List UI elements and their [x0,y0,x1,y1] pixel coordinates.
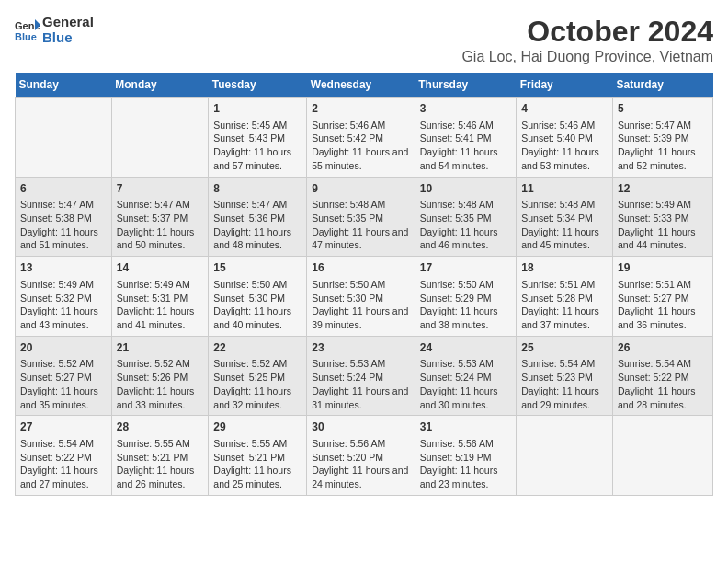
day-number: 21 [117,340,204,356]
svg-text:Blue: Blue [15,31,37,42]
header-cell-tuesday: Tuesday [209,73,307,98]
calendar-cell: 6Sunrise: 5:47 AMSunset: 5:38 PMDaylight… [16,177,112,257]
day-content: Sunrise: 5:47 AMSunset: 5:39 PMDaylight:… [618,119,708,173]
calendar-cell [111,98,209,178]
day-number: 2 [312,101,410,117]
title-block: October 2024 Gia Loc, Hai Duong Province… [461,15,713,65]
day-number: 16 [312,260,410,276]
day-content: Sunrise: 5:54 AMSunset: 5:23 PMDaylight:… [521,357,608,411]
calendar-cell [517,416,613,496]
day-number: 22 [213,340,301,356]
day-number: 13 [20,260,107,276]
day-number: 14 [117,260,204,276]
day-number: 6 [20,181,107,197]
calendar-cell: 24Sunrise: 5:53 AMSunset: 5:24 PMDayligh… [415,336,516,416]
day-content: Sunrise: 5:49 AMSunset: 5:33 PMDaylight:… [618,198,708,252]
calendar-cell [16,98,112,178]
calendar-cell: 18Sunrise: 5:51 AMSunset: 5:28 PMDayligh… [517,257,613,337]
page-header: General Blue General Blue October 2024 G… [15,15,713,65]
day-content: Sunrise: 5:49 AMSunset: 5:31 PMDaylight:… [117,278,204,332]
page-subtitle: Gia Loc, Hai Duong Province, Vietnam [461,49,713,65]
calendar-cell: 10Sunrise: 5:48 AMSunset: 5:35 PMDayligh… [415,177,516,257]
day-number: 5 [618,101,708,117]
day-number: 17 [420,260,511,276]
day-content: Sunrise: 5:47 AMSunset: 5:38 PMDaylight:… [20,198,107,252]
logo: General Blue General Blue [15,15,94,45]
day-content: Sunrise: 5:51 AMSunset: 5:28 PMDaylight:… [521,278,608,332]
calendar-week-2: 6Sunrise: 5:47 AMSunset: 5:38 PMDaylight… [16,177,713,257]
calendar-cell: 15Sunrise: 5:50 AMSunset: 5:30 PMDayligh… [209,257,307,337]
calendar-cell: 3Sunrise: 5:46 AMSunset: 5:41 PMDaylight… [415,98,516,178]
calendar-cell: 7Sunrise: 5:47 AMSunset: 5:37 PMDaylight… [111,177,209,257]
calendar-cell: 8Sunrise: 5:47 AMSunset: 5:36 PMDaylight… [209,177,307,257]
day-number: 23 [312,340,410,356]
day-content: Sunrise: 5:47 AMSunset: 5:36 PMDaylight:… [213,198,301,252]
calendar-cell: 28Sunrise: 5:55 AMSunset: 5:21 PMDayligh… [111,416,209,496]
calendar-cell: 20Sunrise: 5:52 AMSunset: 5:27 PMDayligh… [16,336,112,416]
day-content: Sunrise: 5:48 AMSunset: 5:35 PMDaylight:… [420,198,511,252]
day-content: Sunrise: 5:56 AMSunset: 5:20 PMDaylight:… [312,437,410,491]
header-cell-wednesday: Wednesday [307,73,415,98]
day-number: 25 [521,340,608,356]
calendar-week-1: 1Sunrise: 5:45 AMSunset: 5:43 PMDaylight… [16,98,713,178]
day-content: Sunrise: 5:55 AMSunset: 5:21 PMDaylight:… [213,437,301,491]
day-number: 9 [312,181,410,197]
calendar-cell: 2Sunrise: 5:46 AMSunset: 5:42 PMDaylight… [307,98,415,178]
day-number: 1 [213,101,301,117]
header-cell-thursday: Thursday [415,73,516,98]
day-content: Sunrise: 5:49 AMSunset: 5:32 PMDaylight:… [20,278,107,332]
calendar-week-4: 20Sunrise: 5:52 AMSunset: 5:27 PMDayligh… [16,336,713,416]
day-content: Sunrise: 5:50 AMSunset: 5:30 PMDaylight:… [312,278,410,332]
logo-line1: General [42,15,94,30]
calendar-cell: 5Sunrise: 5:47 AMSunset: 5:39 PMDaylight… [612,98,712,178]
day-content: Sunrise: 5:54 AMSunset: 5:22 PMDaylight:… [20,437,107,491]
calendar-week-3: 13Sunrise: 5:49 AMSunset: 5:32 PMDayligh… [16,257,713,337]
calendar-cell: 17Sunrise: 5:50 AMSunset: 5:29 PMDayligh… [415,257,516,337]
day-number: 27 [20,419,107,435]
day-number: 30 [312,419,410,435]
day-number: 4 [521,101,608,117]
logo-icon: General Blue [15,17,40,43]
header-cell-saturday: Saturday [612,73,712,98]
day-content: Sunrise: 5:54 AMSunset: 5:22 PMDaylight:… [618,357,708,411]
day-number: 12 [618,181,708,197]
calendar-cell: 13Sunrise: 5:49 AMSunset: 5:32 PMDayligh… [16,257,112,337]
calendar-header: SundayMondayTuesdayWednesdayThursdayFrid… [16,73,713,98]
calendar-cell: 23Sunrise: 5:53 AMSunset: 5:24 PMDayligh… [307,336,415,416]
day-number: 28 [117,419,204,435]
day-content: Sunrise: 5:53 AMSunset: 5:24 PMDaylight:… [312,357,410,411]
day-number: 24 [420,340,511,356]
calendar-cell: 31Sunrise: 5:56 AMSunset: 5:19 PMDayligh… [415,416,516,496]
day-content: Sunrise: 5:45 AMSunset: 5:43 PMDaylight:… [213,119,301,173]
header-cell-monday: Monday [111,73,209,98]
header-row: SundayMondayTuesdayWednesdayThursdayFrid… [16,73,713,98]
day-number: 3 [420,101,511,117]
calendar-cell: 26Sunrise: 5:54 AMSunset: 5:22 PMDayligh… [612,336,712,416]
day-content: Sunrise: 5:52 AMSunset: 5:27 PMDaylight:… [20,357,107,411]
day-content: Sunrise: 5:48 AMSunset: 5:34 PMDaylight:… [521,198,608,252]
page-title: October 2024 [461,15,713,49]
day-content: Sunrise: 5:47 AMSunset: 5:37 PMDaylight:… [117,198,204,252]
day-content: Sunrise: 5:48 AMSunset: 5:35 PMDaylight:… [312,198,410,252]
day-content: Sunrise: 5:50 AMSunset: 5:30 PMDaylight:… [213,278,301,332]
day-number: 11 [521,181,608,197]
day-number: 31 [420,419,511,435]
calendar-cell: 14Sunrise: 5:49 AMSunset: 5:31 PMDayligh… [111,257,209,337]
calendar-table: SundayMondayTuesdayWednesdayThursdayFrid… [15,73,713,496]
day-number: 15 [213,260,301,276]
calendar-cell: 19Sunrise: 5:51 AMSunset: 5:27 PMDayligh… [612,257,712,337]
calendar-week-5: 27Sunrise: 5:54 AMSunset: 5:22 PMDayligh… [16,416,713,496]
day-content: Sunrise: 5:52 AMSunset: 5:26 PMDaylight:… [117,357,204,411]
day-number: 19 [618,260,708,276]
day-content: Sunrise: 5:53 AMSunset: 5:24 PMDaylight:… [420,357,511,411]
day-content: Sunrise: 5:46 AMSunset: 5:41 PMDaylight:… [420,119,511,173]
logo-line2: Blue [42,30,94,46]
day-content: Sunrise: 5:56 AMSunset: 5:19 PMDaylight:… [420,437,511,491]
header-cell-sunday: Sunday [16,73,112,98]
day-number: 29 [213,419,301,435]
day-number: 8 [213,181,301,197]
day-number: 20 [20,340,107,356]
calendar-cell: 21Sunrise: 5:52 AMSunset: 5:26 PMDayligh… [111,336,209,416]
day-number: 18 [521,260,608,276]
day-content: Sunrise: 5:46 AMSunset: 5:42 PMDaylight:… [312,119,410,173]
